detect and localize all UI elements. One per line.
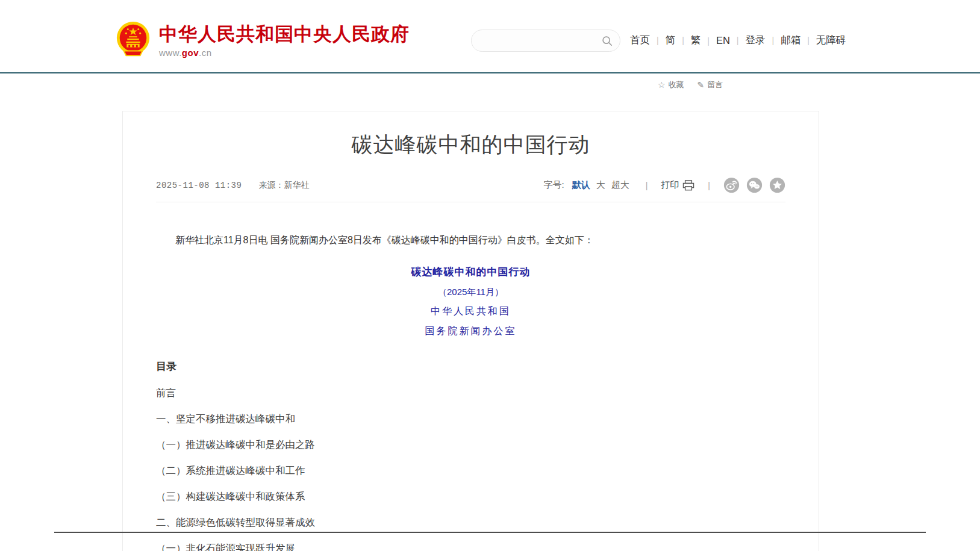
article-meta-row: 2025-11-08 11:39 来源： 新华社 字号: 默认 大 超大 | 打… [156, 177, 785, 202]
message-label: 留言 [707, 79, 723, 90]
site-header: 中华人民共和国中央人民政府 www.gov.cn 首页 简 繁 EN 登录 邮箱… [0, 0, 980, 73]
font-size-large-button[interactable]: 大 [596, 179, 605, 191]
star-outline-icon: ☆ [658, 80, 666, 90]
site-url-www: www. [159, 48, 182, 58]
font-size-default-button[interactable]: 默认 [572, 179, 590, 191]
nav-accessibility[interactable]: 无障碍 [801, 34, 846, 47]
favorite-label: 收藏 [669, 79, 684, 90]
toc-item-section2: 二、能源绿色低碳转型取得显著成效 [156, 516, 785, 529]
article-meta-right: 字号: 默认 大 超大 | 打印 | [544, 177, 785, 193]
action-row: ☆ 收藏 ✎ 留言 [658, 79, 723, 90]
search-input[interactable] [479, 36, 602, 46]
national-emblem-icon [114, 20, 152, 59]
document-date: （2025年11月） [156, 287, 785, 298]
star-share-icon[interactable] [769, 177, 785, 193]
site-logo-link[interactable]: 中华人民共和国中央人民政府 www.gov.cn [114, 20, 410, 59]
document-title: 碳达峰碳中和的中国行动 [156, 265, 785, 279]
wechat-icon[interactable] [746, 177, 763, 193]
print-label: 打印 [661, 179, 679, 191]
search-box[interactable] [471, 30, 620, 52]
nav-login[interactable]: 登录 [730, 34, 766, 47]
document-heading-block: 碳达峰碳中和的中国行动 （2025年11月） 中华人民共和国 国务院新闻办公室 [156, 265, 785, 338]
toc-item-section2-1: （一）非化石能源实现跃升发展 [156, 542, 785, 551]
bottom-divider [54, 532, 926, 533]
top-nav: 首页 简 繁 EN 登录 邮箱 无障碍 [630, 34, 846, 47]
toc-item-section1-3: （三）构建碳达峰碳中和政策体系 [156, 490, 785, 503]
nav-mail[interactable]: 邮箱 [765, 34, 801, 47]
meta-separator: | [708, 181, 710, 190]
font-size-xlarge-button[interactable]: 超大 [611, 179, 629, 191]
source-value: 新华社 [284, 180, 309, 191]
nav-english[interactable]: EN [701, 35, 730, 46]
toc-item-section1-1: （一）推进碳达峰碳中和是必由之路 [156, 438, 785, 451]
pencil-icon: ✎ [698, 80, 705, 90]
toc-heading: 目录 [156, 360, 785, 373]
site-logo-text: 中华人民共和国中央人民政府 www.gov.cn [159, 20, 410, 58]
toc-item-section1-2: （二）系统推进碳达峰碳中和工作 [156, 464, 785, 477]
article-container: 碳达峰碳中和的中国行动 2025-11-08 11:39 来源： 新华社 字号:… [122, 111, 819, 551]
toc-item-section1: 一、坚定不移推进碳达峰碳中和 [156, 412, 785, 425]
document-org-line2: 国务院新闻办公室 [156, 325, 785, 338]
article-title: 碳达峰碳中和的中国行动 [156, 131, 785, 159]
site-title: 中华人民共和国中央人民政府 [159, 23, 410, 46]
site-url-cn: .cn [199, 48, 212, 58]
nav-home[interactable]: 首页 [630, 34, 650, 47]
share-icons [723, 177, 785, 193]
site-url: www.gov.cn [159, 48, 410, 58]
toc-item-preface: 前言 [156, 387, 785, 399]
favorite-button[interactable]: ☆ 收藏 [658, 79, 684, 90]
source-label: 来源： [258, 180, 284, 191]
printer-icon [682, 180, 694, 191]
message-button[interactable]: ✎ 留言 [698, 79, 723, 90]
nav-traditional[interactable]: 繁 [675, 34, 701, 47]
print-button[interactable]: 打印 [661, 179, 694, 191]
weibo-icon[interactable] [723, 177, 740, 193]
document-org-line1: 中华人民共和国 [156, 305, 785, 318]
article-lead-paragraph: 新华社北京11月8日电 国务院新闻办公室8日发布《碳达峰碳中和的中国行动》白皮书… [156, 232, 785, 248]
site-url-gov: gov [182, 48, 199, 58]
publish-date: 2025-11-08 11:39 [156, 181, 242, 190]
article-meta-left: 2025-11-08 11:39 来源： 新华社 [156, 180, 309, 191]
meta-separator: | [646, 181, 648, 190]
nav-simplified[interactable]: 简 [650, 34, 675, 47]
search-icon[interactable] [602, 36, 613, 46]
font-size-label: 字号: [544, 179, 564, 191]
